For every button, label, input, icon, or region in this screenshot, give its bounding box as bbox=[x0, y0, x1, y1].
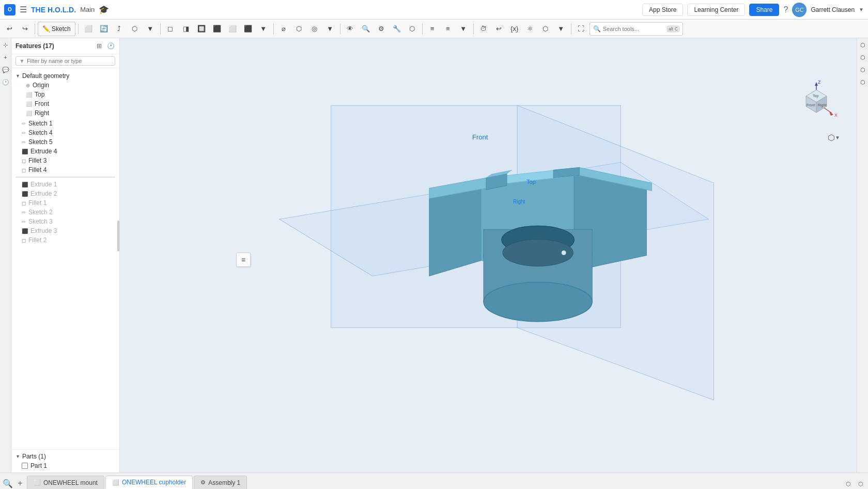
tool-btn-24[interactable]: ▼ bbox=[456, 22, 471, 36]
tool-btn-8[interactable]: 🔲 bbox=[194, 22, 209, 36]
panel-history-icon[interactable]: 🕐 bbox=[106, 41, 115, 51]
history-icon[interactable]: 🕐 bbox=[1, 77, 10, 87]
tab-onewheel-cupholder[interactable]: ⬜ ONEWHEEL cupholder bbox=[105, 476, 193, 489]
tool-btn-20[interactable]: 🔧 bbox=[390, 22, 404, 36]
search-tools-input[interactable] bbox=[603, 26, 665, 32]
tool-btn-26[interactable]: ↩ bbox=[492, 22, 506, 36]
panel-icon-3[interactable]: ⬡ bbox=[858, 65, 867, 74]
add-icon[interactable]: + bbox=[1, 53, 10, 62]
sketch-icon-4: ✏ bbox=[22, 130, 26, 136]
tool-btn-3[interactable]: ⤴ bbox=[112, 22, 127, 36]
feature-fillet2[interactable]: ◻ Fillet 2 bbox=[11, 235, 119, 245]
tool-btn-12[interactable]: ▼ bbox=[256, 22, 271, 36]
feature-origin[interactable]: ⊕ Origin bbox=[11, 81, 119, 90]
feature-extrude4[interactable]: ⬛ Extrude 4 bbox=[11, 147, 119, 156]
feature-right[interactable]: ⬜ Right bbox=[11, 108, 119, 118]
tool-btn-29[interactable]: ⬡ bbox=[538, 22, 553, 36]
undo-button[interactable]: ↩ bbox=[2, 22, 17, 36]
app-store-button[interactable]: App Store bbox=[642, 4, 683, 16]
help-icon[interactable]: ? bbox=[783, 5, 788, 14]
tool-btn-27[interactable]: {x} bbox=[507, 22, 522, 36]
extrude4-label: Extrude 4 bbox=[30, 148, 57, 155]
tool-btn-11[interactable]: ⬛ bbox=[241, 22, 255, 36]
comment-icon[interactable]: 💬 bbox=[1, 65, 10, 74]
project-title[interactable]: THE H.O.L.D. bbox=[31, 6, 76, 14]
search-bottom-icon[interactable]: 🔍 bbox=[2, 478, 13, 489]
tool-btn-6[interactable]: ◻ bbox=[163, 22, 178, 36]
feature-sketch4[interactable]: ✏ Sketch 4 bbox=[11, 128, 119, 137]
feature-fillet3[interactable]: ◻ Fillet 3 bbox=[11, 156, 119, 165]
select-tool-icon[interactable]: ⊹ bbox=[1, 40, 10, 50]
sketch-button[interactable]: ✏️ Sketch bbox=[38, 22, 75, 36]
feature-scrollbar[interactable] bbox=[117, 220, 119, 251]
add-tab-button[interactable]: + bbox=[14, 478, 26, 489]
tool-btn-16[interactable]: ▼ bbox=[323, 22, 337, 36]
tool-btn-17[interactable]: 👁 bbox=[343, 22, 358, 36]
feature-filter-input[interactable] bbox=[27, 58, 112, 64]
tool-btn-23[interactable]: ≡ bbox=[441, 22, 455, 36]
tool-btn-2[interactable]: 🔄 bbox=[97, 22, 111, 36]
panel-icon-4[interactable]: ⬡ bbox=[858, 77, 867, 87]
feature-sketch3[interactable]: ✏ Sketch 3 bbox=[11, 217, 119, 226]
feature-extrude2[interactable]: ⬛ Extrude 2 bbox=[11, 189, 119, 198]
tool-btn-22[interactable]: ≡ bbox=[425, 22, 440, 36]
view-options-chevron-icon[interactable]: ▼ bbox=[835, 135, 840, 140]
tool-btn-25[interactable]: ⏱ bbox=[476, 22, 491, 36]
tab-assembly1[interactable]: ⚙ Assembly 1 bbox=[194, 476, 247, 489]
feature-extrude1[interactable]: ⬛ Extrude 1 bbox=[11, 180, 119, 189]
toolbar-divider-7 bbox=[473, 24, 474, 34]
feature-fillet4[interactable]: ◻ Fillet 4 bbox=[11, 165, 119, 175]
tool-btn-7[interactable]: ◨ bbox=[179, 22, 193, 36]
tool-btn-9[interactable]: ⬛ bbox=[210, 22, 224, 36]
tool-btn-10[interactable]: ⬜ bbox=[225, 22, 240, 36]
main-label[interactable]: Main bbox=[80, 6, 95, 13]
toolbar-divider-3 bbox=[160, 24, 161, 34]
default-geometry-header[interactable]: ▼ Default geometry bbox=[11, 71, 119, 81]
panel-icon-1[interactable]: ⬡ bbox=[858, 40, 867, 50]
parts-section-header[interactable]: ▼ Parts (1) bbox=[11, 452, 119, 461]
feature-sketch1[interactable]: ✏ Sketch 1 bbox=[11, 119, 119, 128]
canvas-area[interactable]: ≡ bbox=[120, 38, 868, 472]
chevron-down-icon: ▼ bbox=[16, 73, 20, 78]
fillet-icon-4: ◻ bbox=[22, 167, 26, 173]
tool-btn-30[interactable]: ▼ bbox=[554, 22, 568, 36]
share-button[interactable]: Share bbox=[749, 4, 779, 16]
tool-btn-5[interactable]: ▼ bbox=[143, 22, 158, 36]
panel-icon-2[interactable]: ⬡ bbox=[858, 53, 867, 62]
feature-extrude3[interactable]: ⬛ Extrude 3 bbox=[11, 226, 119, 235]
hamburger-menu[interactable]: ☰ bbox=[20, 5, 27, 14]
view-cube-icon[interactable]: ⬡ bbox=[828, 133, 835, 143]
tool-btn-21[interactable]: ⬡ bbox=[405, 22, 420, 36]
feature-front[interactable]: ⬜ Front bbox=[11, 99, 119, 108]
bottom-icon-2[interactable]: ⬡ bbox=[856, 479, 866, 489]
app-logo[interactable]: O bbox=[4, 4, 16, 15]
user-avatar[interactable]: GC bbox=[792, 3, 807, 17]
learning-center-button[interactable]: Learning Center bbox=[687, 4, 745, 16]
feature-sketch2[interactable]: ✏ Sketch 2 bbox=[11, 208, 119, 217]
tool-btn-28[interactable]: ⚛ bbox=[523, 22, 537, 36]
extrude-icon-1: ⬛ bbox=[22, 182, 28, 187]
tool-btn-15[interactable]: ◎ bbox=[307, 22, 322, 36]
svg-point-21 bbox=[562, 250, 566, 255]
panel-settings-icon[interactable]: ⊞ bbox=[95, 41, 104, 51]
user-name[interactable]: Garrett Clausen bbox=[811, 6, 855, 13]
tool-btn-1[interactable]: ⬜ bbox=[81, 22, 96, 36]
tool-btn-13[interactable]: ⌀ bbox=[276, 22, 291, 36]
redo-button[interactable]: ↪ bbox=[18, 22, 32, 36]
tool-btn-18[interactable]: 🔍 bbox=[359, 22, 373, 36]
logo-icon: O bbox=[4, 4, 16, 15]
tool-btn-19[interactable]: ⚙ bbox=[374, 22, 389, 36]
tool-btn-14[interactable]: ⬡ bbox=[292, 22, 306, 36]
part1-item[interactable]: Part 1 bbox=[11, 461, 119, 470]
view-cube[interactable]: Z X Top Front Right ⬡ ▼ bbox=[791, 74, 842, 131]
user-chevron-icon[interactable]: ▼ bbox=[859, 7, 864, 12]
feature-sketch5[interactable]: ✏ Sketch 5 bbox=[11, 137, 119, 147]
sketch5-label: Sketch 5 bbox=[28, 138, 53, 146]
tool-btn-4[interactable]: ⬡ bbox=[128, 22, 142, 36]
feature-fillet1[interactable]: ◻ Fillet 1 bbox=[11, 198, 119, 208]
bottom-icon-1[interactable]: ⬡ bbox=[843, 479, 854, 489]
feature-top[interactable]: ⬜ Top bbox=[11, 90, 119, 99]
fullscreen-button[interactable]: ⛶ bbox=[574, 22, 588, 36]
filter-icon: ▼ bbox=[19, 58, 25, 64]
tab-onewheel-mount[interactable]: ⬜ ONEWHEEL mount bbox=[27, 476, 104, 489]
